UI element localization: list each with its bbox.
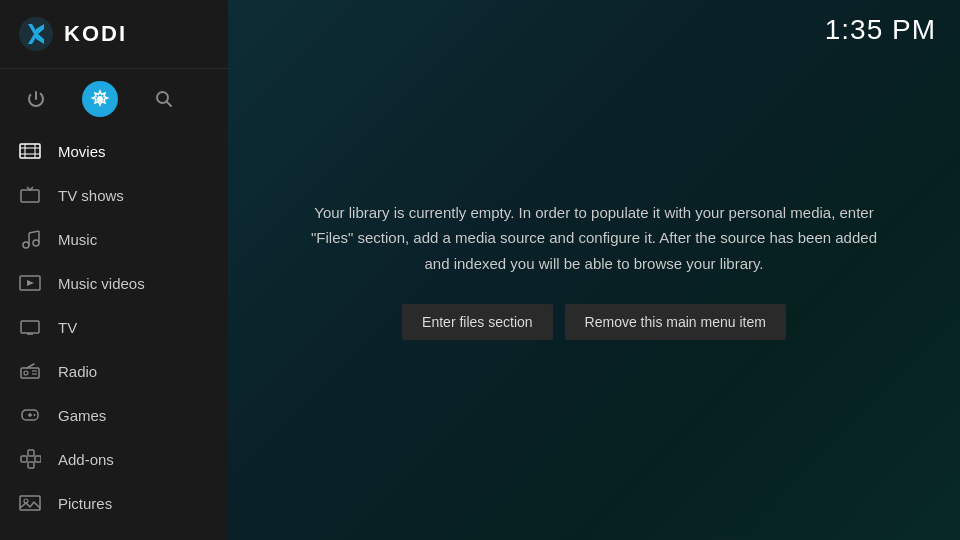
svg-rect-21 (21, 321, 39, 333)
music-videos-label: Music videos (58, 275, 145, 292)
power-button[interactable] (18, 81, 54, 117)
svg-point-24 (24, 371, 28, 375)
svg-rect-32 (21, 456, 27, 462)
svg-point-14 (23, 242, 29, 248)
music-icon (18, 227, 42, 251)
radio-icon (18, 359, 42, 383)
svg-line-7 (167, 102, 172, 107)
sidebar: KODI Movies (0, 0, 228, 540)
sidebar-item-music[interactable]: Music (0, 217, 228, 261)
music-video-icon (18, 271, 42, 295)
app-title: KODI (64, 21, 127, 47)
sidebar-item-music-videos[interactable]: Music videos (0, 261, 228, 305)
svg-rect-34 (28, 462, 34, 468)
svg-marker-20 (27, 280, 34, 286)
settings-icon (90, 89, 110, 109)
search-icon (154, 89, 174, 109)
tv-label: TV (58, 319, 77, 336)
action-buttons: Enter files section Remove this main men… (402, 304, 786, 340)
svg-point-31 (34, 414, 36, 416)
svg-rect-13 (21, 190, 39, 202)
svg-rect-33 (28, 450, 34, 456)
sidebar-item-add-ons[interactable]: Add-ons (0, 437, 228, 481)
add-ons-label: Add-ons (58, 451, 114, 468)
games-icon (18, 403, 42, 427)
music-label: Music (58, 231, 97, 248)
tv-shows-icon (18, 183, 42, 207)
movie-icon (18, 139, 42, 163)
sidebar-item-pictures[interactable]: Pictures (0, 481, 228, 525)
remove-menu-item-button[interactable]: Remove this main menu item (565, 304, 786, 340)
svg-rect-8 (20, 144, 40, 158)
search-button[interactable] (146, 81, 182, 117)
sidebar-item-tv[interactable]: TV (0, 305, 228, 349)
svg-rect-35 (35, 456, 41, 462)
pictures-label: Pictures (58, 495, 112, 512)
addons-icon (18, 447, 42, 471)
sidebar-item-tv-shows[interactable]: TV shows (0, 173, 228, 217)
tv-icon (18, 315, 42, 339)
empty-library-message: Your library is currently empty. In orde… (308, 200, 880, 277)
svg-point-15 (33, 240, 39, 246)
settings-button[interactable] (82, 81, 118, 117)
sidebar-nav: Movies TV shows Music Music videos TV (0, 129, 228, 540)
app-header: KODI (0, 0, 228, 69)
content-center: Your library is currently empty. In orde… (228, 0, 960, 540)
sidebar-item-radio[interactable]: Radio (0, 349, 228, 393)
games-label: Games (58, 407, 106, 424)
sidebar-item-movies[interactable]: Movies (0, 129, 228, 173)
svg-line-18 (29, 231, 39, 233)
pictures-icon (18, 491, 42, 515)
radio-label: Radio (58, 363, 97, 380)
main-content: 1:35 PM Your library is currently empty.… (228, 0, 960, 540)
kodi-logo-icon (18, 16, 54, 52)
enter-files-button[interactable]: Enter files section (402, 304, 553, 340)
sidebar-top-icons (0, 69, 228, 129)
movies-label: Movies (58, 143, 106, 160)
clock-display: 1:35 PM (825, 14, 936, 46)
power-icon (26, 89, 46, 109)
tv-shows-label: TV shows (58, 187, 124, 204)
sidebar-item-games[interactable]: Games (0, 393, 228, 437)
